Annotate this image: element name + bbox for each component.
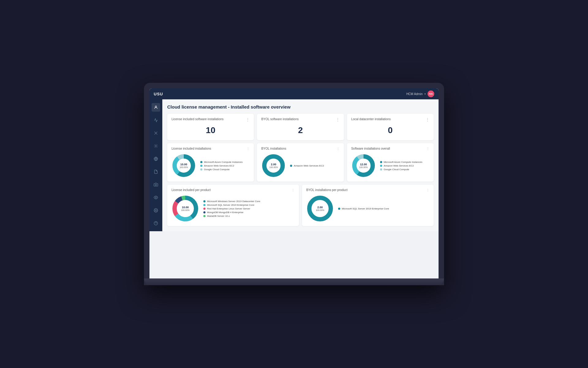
legend-dot bbox=[380, 168, 382, 171]
stat-card-title-local: Local datacenter installations bbox=[351, 117, 391, 121]
chart-card-menu[interactable]: ⋮ bbox=[247, 147, 250, 150]
chart-card-title-text: BYOL installations per product bbox=[306, 188, 348, 192]
svg-point-7 bbox=[155, 197, 156, 198]
legend-dot bbox=[200, 168, 202, 171]
avatar[interactable]: HA bbox=[428, 90, 434, 97]
sidebar-item-chart[interactable] bbox=[152, 116, 160, 125]
app-logo: USU bbox=[154, 92, 163, 96]
chart-card-license-included-chart: License included installations ⋮ 10.00 1… bbox=[167, 143, 254, 182]
stat-card-byol: BYOL software installations ⋮ 2 bbox=[257, 114, 344, 140]
content-area: Cloud license management - Installed sof… bbox=[162, 99, 439, 231]
chart-row: 10.00 100.00% Microsoft Windows Server 2… bbox=[172, 195, 295, 222]
legend-label: Microsoft SQL Server 2019 Enterprise Cor… bbox=[342, 207, 389, 210]
legend-label: Microsoft Azure Compute Instances bbox=[384, 161, 422, 163]
legend-item: MariaDB Server 10.x bbox=[203, 215, 260, 217]
legend-item: Amazon Web Services EC2 bbox=[200, 164, 243, 167]
chart-legend: Microsoft Windows Server 2019 Datacenter… bbox=[203, 200, 260, 217]
user-label: HCM Admin bbox=[406, 92, 423, 96]
legend-item: Google Cloud Compute bbox=[380, 168, 422, 171]
card-menu-icon-local[interactable]: ⋮ bbox=[426, 117, 429, 122]
legend-item: Microsoft Azure Compute Instances bbox=[200, 161, 243, 163]
chart-row: 10.00 100.00% Microsoft Azure Compute In… bbox=[172, 153, 250, 178]
legend-label: Amazon Web Services EC2 bbox=[294, 164, 324, 167]
sidebar-item-eye[interactable] bbox=[152, 193, 160, 202]
sidebar-item-settings[interactable] bbox=[152, 206, 160, 215]
top-bar: USU HCM Admin ▾ HA bbox=[149, 88, 439, 99]
chart-card-byol-per-product: BYOL installations per product ⋮ 2.00 10… bbox=[302, 185, 434, 226]
donut-chart: 2.00 100.00% bbox=[261, 153, 286, 178]
chart-card-license-per-product: License included per product ⋮ 10.00 100… bbox=[167, 185, 299, 226]
chart-card-software-overall-chart: Software installations overall ⋮ 12.00 1… bbox=[347, 143, 434, 182]
legend-item: Microsoft SQL Server 2019 Enterprise Cor… bbox=[203, 204, 260, 206]
chart-card-menu[interactable]: ⋮ bbox=[426, 188, 429, 192]
legend-item: Microsoft Azure Compute Instances bbox=[380, 161, 422, 163]
legend-label: Microsoft SQL Server 2019 Enterprise Cor… bbox=[207, 204, 254, 206]
sidebar-item-document[interactable] bbox=[152, 167, 160, 176]
svg-point-6 bbox=[155, 184, 157, 186]
svg-point-3 bbox=[155, 145, 156, 147]
chart-card-title-text: BYOL installations bbox=[261, 147, 286, 150]
legend-item: MongoDB MongoDB 4 Enterprise bbox=[203, 211, 260, 214]
legend-item: Microsoft Windows Server 2019 Datacenter… bbox=[203, 200, 260, 203]
sidebar-item-integration[interactable] bbox=[152, 142, 160, 150]
chart-card-byol-chart: BYOL installations ⋮ 2.00 100.00% bbox=[257, 143, 344, 182]
legend-dot bbox=[338, 208, 340, 210]
legend-dot bbox=[203, 211, 205, 213]
legend-item: Microsoft SQL Server 2019 Enterprise Cor… bbox=[338, 207, 389, 210]
sidebar-item-users[interactable] bbox=[152, 103, 160, 112]
sidebar-item-tools[interactable] bbox=[152, 129, 160, 137]
chart-legend: Microsoft Azure Compute Instances Amazon… bbox=[200, 161, 243, 171]
chart-row: 12.00 100.00% Microsoft Azure Compute In… bbox=[351, 153, 429, 178]
sidebar bbox=[149, 99, 162, 231]
legend-label: Google Cloud Compute bbox=[204, 168, 230, 171]
chart-row: 2.00 100.00% Microsoft SQL Server 2019 E… bbox=[306, 195, 429, 222]
donut-chart: 10.00 100.00% bbox=[172, 153, 196, 178]
chart-cards-grid: License included installations ⋮ 10.00 1… bbox=[167, 143, 434, 182]
legend-label: Microsoft Azure Compute Instances bbox=[204, 161, 243, 163]
chart-card-title-text: License included per product bbox=[172, 188, 211, 192]
stat-card-title-byol: BYOL software installations bbox=[261, 117, 299, 121]
card-menu-icon[interactable]: ⋮ bbox=[246, 117, 250, 122]
legend-dot bbox=[200, 161, 202, 163]
legend-dot bbox=[290, 165, 292, 167]
legend-item: Amazon Web Services EC2 bbox=[380, 164, 422, 167]
svg-point-16 bbox=[264, 156, 283, 175]
chart-card-menu[interactable]: ⋮ bbox=[292, 188, 295, 192]
legend-label: Amazon Web Services EC2 bbox=[204, 164, 234, 167]
svg-point-28 bbox=[309, 198, 331, 219]
legend-label: Red Hat Enterprise Linux Server Server bbox=[207, 207, 250, 210]
legend-dot bbox=[200, 165, 202, 167]
chart-card-menu[interactable]: ⋮ bbox=[426, 147, 429, 150]
sidebar-item-camera[interactable] bbox=[152, 180, 160, 189]
legend-label: Microsoft Windows Server 2019 Datacenter… bbox=[207, 200, 260, 203]
stat-card-local: Local datacenter installations ⋮ 0 bbox=[347, 114, 434, 140]
legend-dot bbox=[380, 165, 382, 167]
legend-item: Google Cloud Compute bbox=[200, 168, 243, 171]
legend-dot bbox=[203, 200, 205, 202]
sidebar-item-help[interactable] bbox=[152, 219, 160, 228]
stat-card-value-local: 0 bbox=[351, 123, 429, 136]
app-wrapper: USU HCM Admin ▾ HA bbox=[149, 88, 439, 231]
donut-chart: 2.00 100.00% bbox=[306, 195, 334, 222]
sidebar-item-globe[interactable] bbox=[152, 155, 160, 163]
legend-dot bbox=[203, 208, 205, 210]
legend-item: Red Hat Enterprise Linux Server Server bbox=[203, 207, 260, 210]
stat-card-license-included: License included software installations … bbox=[167, 114, 254, 140]
svg-point-8 bbox=[155, 210, 156, 211]
laptop-base bbox=[144, 278, 444, 285]
chart-card-title-text: Software installations overall bbox=[351, 147, 390, 150]
legend-label: MongoDB MongoDB 4 Enterprise bbox=[207, 211, 243, 214]
stat-card-value-byol: 2 bbox=[261, 123, 339, 136]
donut-chart: 10.00 100.00% bbox=[172, 195, 199, 222]
card-menu-icon-byol[interactable]: ⋮ bbox=[336, 117, 340, 122]
stat-card-title-license: License included software installations bbox=[172, 117, 224, 121]
chevron-down-icon: ▾ bbox=[424, 93, 426, 95]
legend-dot bbox=[380, 161, 382, 163]
chart-card-menu[interactable]: ⋮ bbox=[337, 147, 340, 150]
legend-label: MariaDB Server 10.x bbox=[207, 215, 230, 217]
product-cards-grid: License included per product ⋮ 10.00 100… bbox=[167, 185, 434, 226]
user-area[interactable]: HCM Admin ▾ HA bbox=[406, 90, 434, 97]
chart-legend: Microsoft Azure Compute Instances Amazon… bbox=[380, 161, 422, 171]
legend-item: Amazon Web Services EC2 bbox=[290, 164, 324, 167]
legend-label: Google Cloud Compute bbox=[384, 168, 409, 171]
